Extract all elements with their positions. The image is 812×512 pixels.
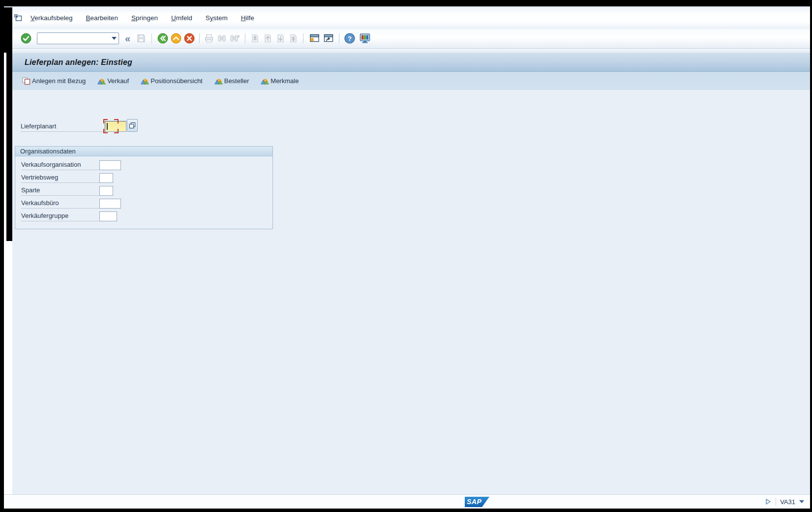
find-icon: [217, 33, 227, 43]
org-field-row-verk-ufergruppe: Verkäufergruppe: [21, 209, 272, 221]
field-label-sparte: Sparte: [21, 186, 99, 196]
sap-logo: SAP: [465, 497, 489, 507]
sap-gui-window: VerkaufsbelegBearbeitenSpringenUmfeldSys…: [0, 0, 812, 512]
org-field-row-vertriebsweg: Vertriebsweg: [21, 170, 272, 183]
page-down-icon: [276, 33, 285, 43]
toolbar-separator: [339, 33, 339, 43]
lieferplanart-row: Lieferplanart: [21, 119, 138, 132]
window-left-margin: [6, 241, 12, 494]
app-toolbar-button-verkauf[interactable]: Verkauf: [97, 77, 129, 85]
create-with-reference-icon: [22, 77, 30, 85]
status-bar-right: VA31: [765, 495, 804, 509]
menu-item-springen[interactable]: Springen: [131, 14, 158, 22]
app-toolbar-button-label: Anlegen mit Bezug: [32, 77, 86, 85]
system-toolbar: «: [12, 29, 810, 49]
field-input-verk-ufergruppe[interactable]: [99, 211, 117, 221]
app-toolbar-button-label: Merkmale: [271, 77, 299, 85]
organisationsdaten-groupbox: Organisationsdaten VerkaufsorganisationV…: [15, 146, 273, 229]
page-up-icon: [263, 33, 272, 43]
characteristics-icon: [261, 77, 269, 85]
field-input-verkaufsorganisation[interactable]: [99, 160, 121, 170]
app-toolbar-button-merkmale[interactable]: Merkmale: [261, 77, 299, 85]
field-input-sparte[interactable]: [99, 186, 113, 196]
groupbox-title: Organisationsdaten: [15, 147, 272, 156]
print-icon: [204, 33, 214, 43]
org-field-row-sparte: Sparte: [21, 183, 272, 196]
sales-overview-icon: [97, 77, 106, 85]
enter-icon[interactable]: [21, 33, 31, 44]
toolbar-separator: [245, 33, 245, 43]
lieferplanart-label: Lieferplanart: [21, 122, 105, 132]
application-toolbar: Anlegen mit Bezug Verkauf Positionsübers…: [12, 72, 810, 90]
lieferplanart-field: [105, 121, 126, 132]
expand-status-icon[interactable]: [765, 498, 772, 505]
status-separator: [776, 498, 776, 506]
status-bar: SAP VA31: [4, 494, 810, 509]
app-toolbar-button-label: Verkauf: [107, 77, 129, 85]
item-overview-icon: [141, 77, 149, 85]
field-label-verkaufsb-ro: Verkaufsbüro: [21, 199, 99, 209]
app-toolbar-button-besteller[interactable]: Besteller: [214, 77, 249, 85]
create-shortcut-icon[interactable]: [323, 33, 334, 44]
focus-corner: [103, 129, 108, 133]
possible-entries-icon: [129, 122, 136, 129]
app-toolbar-button-anlegen-mit-bezug[interactable]: Anlegen mit Bezug: [22, 77, 86, 85]
app-toolbar-button-label: Besteller: [224, 77, 249, 85]
field-input-vertriebsweg[interactable]: [99, 173, 113, 183]
save-icon: [136, 33, 146, 43]
focus-corner: [114, 129, 119, 133]
main-window-area: VerkaufsbelegBearbeitenSpringenUmfeldSys…: [12, 7, 810, 494]
app-toolbar-button-label: Positionsübersicht: [150, 77, 203, 85]
menu-item-bearbeiten[interactable]: Bearbeiten: [86, 14, 118, 22]
command-input[interactable]: [38, 33, 109, 43]
cancel-icon[interactable]: [184, 33, 195, 44]
customize-layout-icon[interactable]: [359, 33, 371, 44]
org-field-row-verkaufsb-ro: Verkaufsbüro: [21, 196, 272, 209]
title-bar: Lieferplan anlegen: Einstieg: [12, 53, 810, 72]
toolbar-separator: [303, 33, 303, 43]
system-menu-icon[interactable]: [14, 14, 23, 22]
exit-icon[interactable]: [171, 33, 181, 44]
menu-bar-items: VerkaufsbelegBearbeitenSpringenUmfeldSys…: [30, 14, 254, 22]
menu-item-system[interactable]: System: [206, 14, 228, 22]
menu-item-verkaufsbeleg[interactable]: Verkaufsbeleg: [30, 14, 73, 22]
field-label-verkaufsorganisation: Verkaufsorganisation: [21, 161, 99, 170]
app-toolbar-button-positions-bersicht[interactable]: Positionsübersicht: [141, 77, 203, 85]
transaction-code: VA31: [780, 498, 795, 506]
svg-text:?: ?: [348, 35, 352, 42]
focus-corner: [103, 119, 108, 123]
menu-item-hilfe[interactable]: Hilfe: [241, 14, 254, 22]
field-input-verkaufsb-ro[interactable]: [99, 199, 121, 209]
status-dropdown-icon[interactable]: [799, 500, 804, 503]
command-dropdown-icon[interactable]: [112, 37, 117, 40]
page-title: Lieferplan anlegen: Einstieg: [25, 58, 132, 67]
back-icon[interactable]: [157, 33, 168, 44]
command-field[interactable]: [37, 32, 119, 44]
last-page-icon: [289, 33, 298, 43]
content-area: Lieferplanart Organisationsdaten: [12, 90, 810, 495]
toolbar-title-gap: [12, 49, 810, 53]
menu-bar: VerkaufsbelegBearbeitenSpringenUmfeldSys…: [12, 7, 810, 29]
toolbar-separator: [151, 33, 152, 43]
org-field-row-verkaufsorganisation: Verkaufsorganisation: [21, 157, 272, 170]
toolbar-separator: [199, 33, 200, 43]
new-session-icon[interactable]: [309, 33, 320, 44]
menu-item-umfeld[interactable]: Umfeld: [171, 14, 192, 22]
field-label-verk-ufergruppe: Verkäufergruppe: [21, 212, 99, 221]
collapse-chevron-icon[interactable]: «: [125, 33, 130, 43]
ordering-party-icon: [214, 77, 223, 85]
search-help-button[interactable]: [127, 119, 138, 132]
field-label-vertriebsweg: Vertriebsweg: [21, 174, 99, 183]
find-next-icon: [230, 33, 240, 43]
first-page-icon: [250, 33, 260, 43]
org-fields: VerkaufsorganisationVertriebswegSparteVe…: [15, 156, 272, 221]
help-icon[interactable]: ?: [344, 33, 355, 44]
focus-corner: [114, 119, 119, 123]
